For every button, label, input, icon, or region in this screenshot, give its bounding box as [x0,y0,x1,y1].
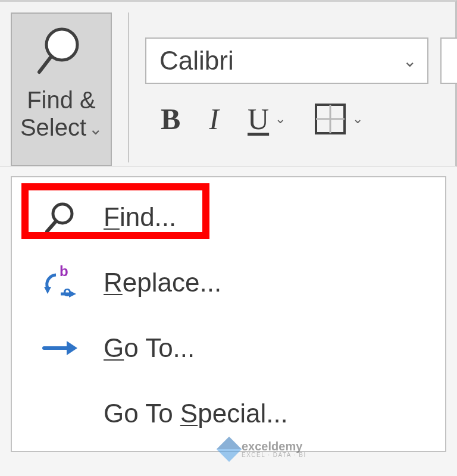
svg-marker-9 [44,287,51,294]
menu-item-label: Go To Special... [104,399,288,428]
search-icon [39,196,81,238]
chevron-down-icon: ⌄ [352,112,363,126]
find-and-select-menu: Find... b c Replace... Go To... Go To Sp… [11,176,446,452]
bold-button[interactable]: B [161,104,180,134]
svg-marker-10 [69,290,76,298]
watermark: exceldemy EXCEL · DATA · BI [220,440,306,458]
svg-line-6 [47,222,55,231]
menu-item-replace[interactable]: b c Replace... [12,250,445,315]
svg-marker-12 [67,341,77,355]
font-name-value: Calibri [159,46,234,76]
menu-item-label: Find... [104,202,176,232]
underline-button[interactable]: U ⌄ [248,104,286,134]
svg-line-1 [39,57,51,72]
svg-text:b: b [60,264,68,279]
menu-item-label: Go To... [104,333,195,363]
ribbon-area: Find & Select⌄ Calibri ⌄ B I U ⌄ ⌄ [0,0,457,167]
ribbon-group-separator [128,12,129,162]
magnifier-icon [35,24,88,78]
font-name-combobox[interactable]: Calibri ⌄ [145,37,428,84]
arrow-right-icon [39,327,81,369]
watermark-logo-icon [217,437,242,462]
find-and-select-button[interactable]: Find & Select⌄ [11,12,112,166]
italic-button[interactable]: I [209,104,219,134]
font-size-combobox[interactable] [440,37,457,84]
menu-item-find[interactable]: Find... [12,184,445,250]
font-format-row: B I U ⌄ ⌄ [161,103,363,135]
borders-button[interactable]: ⌄ [314,103,363,135]
blank-icon [39,393,81,434]
chevron-down-icon: ⌄ [403,51,417,71]
chevron-down-icon: ⌄ [89,120,102,139]
menu-item-label: Replace... [104,268,221,298]
borders-icon [314,103,346,135]
watermark-tag: EXCEL · DATA · BI [242,452,306,458]
find-and-select-label: Find & Select⌄ [20,86,102,141]
replace-icon: b c [39,262,81,303]
chevron-down-icon: ⌄ [275,112,286,126]
menu-item-goto[interactable]: Go To... [12,315,445,381]
watermark-brand: exceldemy [242,440,306,452]
